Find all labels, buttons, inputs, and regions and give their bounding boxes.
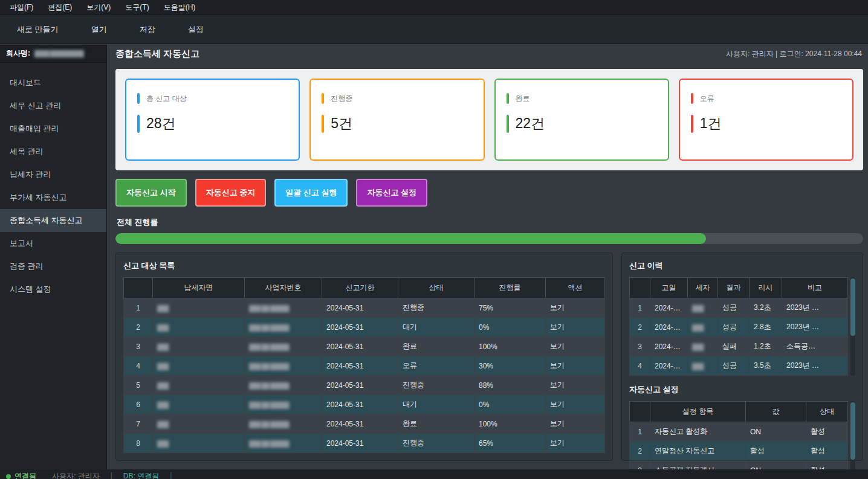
cell-value: ON bbox=[746, 461, 806, 470]
view-link[interactable]: 보기 bbox=[546, 356, 605, 376]
menubar-item-tools[interactable]: 도구(T) bbox=[118, 0, 156, 15]
batch-report-run-button[interactable]: 일괄 신고 실행 bbox=[274, 179, 348, 207]
new-button[interactable]: 새로 만들기 bbox=[8, 19, 67, 40]
table-row[interactable]: 1 2024-0… ███ 성공 3.2초 2023년 … bbox=[630, 298, 848, 318]
menubar-item-help[interactable]: 도움말(H) bbox=[157, 0, 203, 15]
sidebar-item-tax-report-mgmt[interactable]: 세무 신고 관리 bbox=[0, 94, 106, 117]
company-label: 회사명: bbox=[6, 48, 30, 59]
menubar-item-file[interactable]: 파일(F) bbox=[2, 0, 40, 15]
redacted-text: ███-██-█████ bbox=[249, 324, 289, 331]
table-row[interactable]: 2 ███ ███-██-█████ 2024-05-31 대기 0% 보기 bbox=[124, 318, 605, 337]
connection-status-text: 연결됨 bbox=[15, 471, 36, 479]
table-row[interactable]: 4 2024-0… ███ 성공 3.5초 2023년 … bbox=[630, 356, 848, 376]
menubar-item-view[interactable]: 보기(V) bbox=[79, 0, 118, 15]
stat-value: 22건 bbox=[516, 114, 545, 133]
view-link[interactable]: 보기 bbox=[546, 337, 605, 356]
cell-note: 2023년 … bbox=[782, 318, 848, 337]
main-area: 종합소득세 자동신고 사용자: 관리자 | 로그인: 2024-11-28 00… bbox=[108, 45, 868, 469]
table-row[interactable]: 1 자동신고 활성화 ON 활성 bbox=[630, 422, 848, 442]
col-business-number: 사업자번호 bbox=[245, 278, 322, 298]
settings-button[interactable]: 설정 bbox=[180, 19, 212, 40]
view-link[interactable]: 보기 bbox=[546, 395, 605, 414]
auto-report-settings-button[interactable]: 자동신고 설정 bbox=[356, 179, 427, 207]
sidebar-item-validation-mgmt[interactable]: 검증 관리 bbox=[0, 255, 106, 278]
redacted-text: ███ bbox=[157, 324, 168, 331]
cell-progress: 30% bbox=[474, 356, 546, 376]
table-row[interactable]: 3 소득공제 자동계산 ON 활성 bbox=[630, 461, 848, 470]
col-taxpayer-name: 납세자명 bbox=[153, 278, 245, 298]
app-window: 파일(F) 편집(E) 보기(V) 도구(T) 도움말(H) 새로 만들기 열기… bbox=[0, 0, 868, 479]
cell-taxpayer-name: ███ bbox=[153, 337, 245, 356]
table-row[interactable]: 2 2024-0… ███ 성공 2.8초 2023년 … bbox=[630, 318, 848, 337]
statusbar-separator: | bbox=[170, 471, 172, 479]
cell-value: 활성 bbox=[746, 442, 806, 461]
col-index bbox=[630, 278, 650, 298]
history-scrollbar-thumb[interactable] bbox=[850, 278, 855, 336]
sidebar-item-sales-purchase-mgmt[interactable]: 매출매입 관리 bbox=[0, 117, 106, 140]
sidebar-item-system-settings[interactable]: 시스템 설정 bbox=[0, 278, 106, 301]
sidebar-item-taxpayer-mgmt[interactable]: 납세자 관리 bbox=[0, 163, 106, 186]
sidebar-item-reports[interactable]: 보고서 bbox=[0, 232, 106, 255]
save-button[interactable]: 저장 bbox=[131, 19, 164, 40]
cell-status: 진행중 bbox=[398, 298, 474, 318]
stop-auto-report-button[interactable]: 자동신고 중지 bbox=[195, 179, 267, 207]
redacted-text: ███-██-█████ bbox=[249, 363, 289, 370]
cell-progress: 75% bbox=[474, 298, 546, 318]
cell-elapsed: 1.2초 bbox=[750, 337, 782, 356]
sidebar-item-income-tax-auto-report[interactable]: 종합소득세 자동신고 bbox=[0, 209, 106, 232]
view-link[interactable]: 보기 bbox=[546, 318, 605, 337]
cell-taxpayer-name: ███ bbox=[153, 356, 245, 376]
settings-scrollbar-thumb[interactable] bbox=[850, 402, 855, 460]
history-scrollbar[interactable] bbox=[850, 277, 855, 376]
settings-scrollbar[interactable] bbox=[850, 401, 855, 469]
cell-note: 2023년 … bbox=[782, 356, 848, 376]
cell-index: 2 bbox=[630, 442, 650, 461]
cell-setting-item: 자동신고 활성화 bbox=[650, 422, 746, 442]
table-row[interactable]: 7 ███ ███-██-█████ 2024-05-31 완료 100% 보기 bbox=[124, 414, 605, 434]
table-row[interactable]: 2 연말정산 자동신고 활성 활성 bbox=[630, 442, 848, 461]
sidebar-item-vat-auto-report[interactable]: 부가세 자동신고 bbox=[0, 186, 106, 209]
col-state: 상태 bbox=[806, 402, 848, 422]
cell-deadline: 2024-05-31 bbox=[322, 395, 398, 414]
open-button[interactable]: 열기 bbox=[83, 19, 115, 40]
sidebar-item-dashboard[interactable]: 대시보드 bbox=[0, 71, 106, 94]
stat-value: 5건 bbox=[331, 114, 352, 133]
view-link[interactable]: 보기 bbox=[546, 298, 605, 318]
cell-status: 대기 bbox=[398, 395, 474, 414]
table-row[interactable]: 8 ███ ███-██-█████ 2024-05-31 진행중 65% 보기 bbox=[124, 434, 605, 453]
report-target-list-panel: 신고 대상 목록 납세자명 사업자번호 신고기한 상태 bbox=[115, 252, 613, 461]
stat-card-error: 오류 1건 bbox=[679, 79, 853, 161]
table-row[interactable]: 6 ███ ███-██-█████ 2024-05-31 대기 0% 보기 bbox=[124, 395, 605, 414]
cell-business-number: ███-██-█████ bbox=[245, 337, 322, 356]
cell-taxpayer-name: ███ bbox=[153, 318, 245, 337]
page-content: 총 신고 대상 28건 진행중 5건 완료 22건 오류 1건 자동신고 bbox=[108, 63, 868, 461]
statusbar: 연결됨 사용자: 관리자 | DB: 연결됨 | bbox=[0, 469, 868, 479]
table-row[interactable]: 4 ███ ███-██-█████ 2024-05-31 오류 30% 보기 bbox=[124, 356, 605, 376]
view-link[interactable]: 보기 bbox=[546, 376, 605, 395]
table-row[interactable]: 3 2024-0… ███ 실패 1.2초 소득공… bbox=[630, 337, 848, 356]
cell-status: 진행중 bbox=[398, 434, 474, 453]
cell-progress: 0% bbox=[474, 318, 546, 337]
redacted-text: ███ bbox=[157, 363, 168, 370]
report-history-table: 고일 세자 결과 리시 비고 1 2024-0… bbox=[629, 277, 848, 376]
cell-taxpayer-name: ███ bbox=[153, 414, 245, 434]
cell-deadline: 2024-05-31 bbox=[322, 434, 398, 453]
table-row[interactable]: 3 ███ ███-██-█████ 2024-05-31 완료 100% 보기 bbox=[124, 337, 605, 356]
start-auto-report-button[interactable]: 자동신고 시작 bbox=[115, 179, 187, 207]
cell-index: 6 bbox=[124, 395, 153, 414]
table-row[interactable]: 1 ███ ███-██-█████ 2024-05-31 진행중 75% 보기 bbox=[124, 298, 605, 318]
redacted-text: ███ bbox=[157, 305, 168, 312]
cell-report-date: 2024-0… bbox=[650, 356, 688, 376]
view-link[interactable]: 보기 bbox=[546, 434, 605, 453]
cell-report-date: 2024-0… bbox=[650, 318, 688, 337]
cell-deadline: 2024-05-31 bbox=[322, 414, 398, 434]
table-row[interactable]: 5 ███ ███-██-█████ 2024-05-31 진행중 88% 보기 bbox=[124, 376, 605, 395]
sidebar-item-tax-item-mgmt[interactable]: 세목 관리 bbox=[0, 140, 106, 163]
view-link[interactable]: 보기 bbox=[546, 414, 605, 434]
menubar-item-edit[interactable]: 편집(E) bbox=[40, 0, 79, 15]
cell-note: 2023년 … bbox=[782, 298, 848, 318]
accent-bar bbox=[322, 115, 324, 133]
redacted-text: ███ bbox=[157, 402, 168, 408]
cell-elapsed: 3.2초 bbox=[750, 298, 782, 318]
stat-label: 완료 bbox=[516, 94, 530, 104]
